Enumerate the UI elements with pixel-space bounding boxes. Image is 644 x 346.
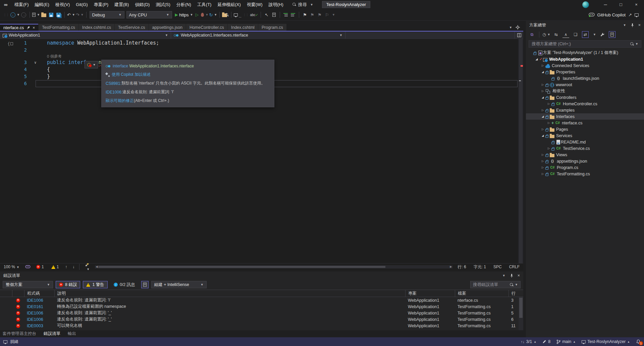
tree-item-testservice-cs[interactable]: ▷C#TestService.cs: [526, 145, 644, 152]
github-copilot-label[interactable]: GitHub Copilot: [597, 12, 626, 17]
close-icon[interactable]: ×: [33, 25, 35, 30]
git-sync-button[interactable]: ↑↓3/1▲: [521, 339, 536, 344]
code-line[interactable]: {1namespace WebApplication1.Interfaces;: [0, 40, 518, 47]
source-filter-select[interactable]: 組建 + IntelliSense▼: [151, 281, 207, 288]
close-button[interactable]: ×: [629, 0, 644, 9]
menu-檢視-v[interactable]: 檢視(V): [52, 0, 73, 9]
platform-select[interactable]: Any CPU▼: [126, 11, 172, 18]
pending-changes-filter-button[interactable]: ◷▼: [543, 31, 550, 38]
solution-name-button[interactable]: Test-RoslynAnalyzer: [322, 1, 371, 8]
error-row-ide1006-5[interactable]: ✕IDE1006違反命名規則: 遺漏前置詞: '_'WebApplication…: [0, 310, 523, 316]
close-icon[interactable]: ×: [518, 273, 520, 278]
start-without-debug-button[interactable]: ▷: [194, 11, 200, 18]
collapse-arrow-icon[interactable]: ▷: [540, 160, 545, 163]
decrease-indent-button[interactable]: [282, 11, 289, 18]
pin-icon[interactable]: [630, 23, 634, 27]
column-header-file[interactable]: 檔案: [455, 290, 508, 297]
error-code-link[interactable]: IDE1006: [27, 311, 43, 315]
copilot-describe-action[interactable]: 使用 Copilot 加以描述: [106, 72, 270, 77]
tree-item-properties[interactable]: ◢Properties: [526, 69, 644, 75]
solution-config-select[interactable]: Debug▼: [90, 11, 124, 18]
pin-icon[interactable]: [26, 25, 31, 30]
increase-indent-button[interactable]: [290, 11, 297, 18]
warnings-filter-button[interactable]: 1 警告: [83, 281, 107, 288]
error-row-ide0003-11[interactable]: ✕IDE0003可以簡化名稱WebApplication1TestFormatt…: [0, 323, 523, 329]
codelens-references[interactable]: 0 個參考: [0, 54, 518, 59]
expand-arrow-icon[interactable]: ◢: [540, 115, 545, 118]
error-row-ide1006-6[interactable]: ✕IDE1006違反命名規則: 遺漏前置詞: '_'WebApplication…: [0, 316, 523, 323]
menu-測試-s[interactable]: 測試(S): [153, 0, 173, 9]
collapse-arrow-icon[interactable]: ▷: [540, 64, 545, 67]
preview-window-button[interactable]: _: [234, 11, 241, 18]
bottom-tab-輸出[interactable]: 輸出: [68, 331, 76, 337]
sync-with-active-document-button[interactable]: ⇄: [582, 31, 589, 38]
tree-item-homecontroller-cs[interactable]: ▷C#HomeController.cs: [526, 101, 644, 107]
details-toggle-button[interactable]: [141, 281, 149, 288]
collapse-arrow-icon[interactable]: ▷: [540, 83, 545, 86]
error-row-ide1006-3[interactable]: ✕IDE1006違反命名規則: 遺漏前置詞: 'I'WebApplication…: [0, 297, 523, 303]
copilot-status-icon[interactable]: [25, 265, 31, 269]
bottom-tab-套件管理器主控台[interactable]: 套件管理器主控台: [3, 331, 36, 337]
scroll-right-icon[interactable]: ▶: [450, 265, 452, 269]
menu-說明-h[interactable]: 說明(H): [266, 0, 286, 9]
save-button[interactable]: [48, 11, 55, 18]
tab-appsettings-json[interactable]: appsettings.json: [149, 24, 186, 31]
copilot-share-icon[interactable]: ↗: [628, 12, 632, 17]
tab-options-gear-icon[interactable]: [516, 25, 520, 30]
menu-編輯-e[interactable]: 編輯(E): [32, 0, 52, 9]
scope-filter-select[interactable]: 整個方案▼: [3, 281, 53, 288]
tab-nterface-cs[interactable]: nterface.cs×: [0, 24, 38, 31]
collapse-arrow-icon[interactable]: ▷: [540, 172, 545, 175]
tree-item-wwwroot[interactable]: ▷wwwroot: [526, 81, 644, 88]
copilot-screen-icon[interactable]: [635, 13, 639, 16]
breadcrumb-project-dropdown[interactable]: WebApplication1 ▼: [0, 32, 171, 39]
indentation-indicator[interactable]: SPC: [493, 265, 502, 269]
properties-button[interactable]: ❏: [572, 31, 579, 38]
tree-item-controllers[interactable]: ◢Controllers: [526, 94, 644, 101]
chevron-down-icon[interactable]: ▼: [593, 33, 596, 36]
hot-reload-button[interactable]: ▼: [201, 11, 208, 18]
prev-issue-button[interactable]: ↑: [65, 265, 67, 269]
error-list-scrollbar[interactable]: [519, 297, 523, 330]
editor-warnings-button[interactable]: 1: [51, 265, 59, 269]
close-icon[interactable]: ×: [638, 23, 641, 27]
tree-item-nterface-cs[interactable]: ▷+C#nterface.cs: [526, 120, 644, 126]
column-header-line[interactable]: 行: [508, 290, 523, 297]
title-search[interactable]: 搜尋 ▼: [292, 2, 313, 8]
tree-item-readme-md[interactable]: README.md: [526, 139, 644, 145]
toggle-bookmark-button[interactable]: ⚑: [302, 11, 308, 18]
menu-延伸模組-x[interactable]: 延伸模組(X): [214, 0, 244, 9]
column-header-code[interactable]: 程式碼: [24, 290, 54, 297]
preview-selected-items-button[interactable]: [609, 31, 615, 38]
tree-item-testformatting-cs[interactable]: ▷C#TestFormatting.cs: [526, 171, 644, 177]
find-in-files-button[interactable]: [222, 11, 229, 18]
pin-icon[interactable]: [509, 274, 514, 278]
tab-testformatting-cs[interactable]: TestFormatting.cs: [39, 24, 78, 31]
expand-arrow-icon[interactable]: ◢: [540, 96, 545, 99]
collapse-arrow-icon[interactable]: ▷: [546, 121, 551, 124]
tree-item-program-cs[interactable]: ▷C#Program.cs: [526, 164, 644, 171]
zoom-select[interactable]: 100 %▼: [4, 265, 19, 269]
solution-explorer-search-input[interactable]: 搜尋方案總管 (Ctrl+;) ▼: [529, 40, 641, 48]
tree-item-interfaces[interactable]: ◢Interfaces: [526, 113, 644, 120]
code-editor[interactable]: {1namespace WebApplication1.Interfaces;2…: [0, 39, 523, 263]
scroll-left-icon[interactable]: ◀: [96, 265, 98, 269]
format-document-button[interactable]: [271, 11, 277, 18]
tree-item-pages[interactable]: ▷Pages: [526, 126, 644, 132]
error-list-search-input[interactable]: 搜尋錯誤清單 ▼: [470, 281, 521, 288]
tree-item-方案-test-roslynanalyzer-1-1-個專案[interactable]: 方案 'Test-RoslynAnalyzer' (1 / 1 個專案): [526, 50, 644, 56]
collapse-arrow-icon[interactable]: ▷: [540, 90, 545, 93]
save-all-button[interactable]: [55, 11, 62, 18]
tree-item-views[interactable]: ▷Views: [526, 152, 644, 158]
new-project-button[interactable]: ▼: [32, 11, 40, 18]
expand-arrow-icon[interactable]: ◢: [534, 58, 539, 61]
error-row-ide0161-1[interactable]: ✕IDE0161轉換為已設定檔案範圍的 namespaceWebApplicat…: [0, 303, 523, 310]
tree-item-相依性[interactable]: ▷相依性: [526, 88, 644, 94]
menu-git-g[interactable]: Git(G): [73, 0, 91, 9]
tab-index-cshtml-cs[interactable]: Index.cshtml.cs: [79, 24, 114, 31]
prev-bookmark-button[interactable]: ⚑: [309, 11, 316, 18]
tab-program-cs[interactable]: Program.cs: [258, 24, 286, 31]
diagnostic-code-link[interactable]: IDE1006:: [106, 90, 122, 95]
menu-偵錯-d[interactable]: 偵錯(D): [132, 0, 153, 9]
errors-filter-button[interactable]: ✕8 錯誤: [56, 281, 80, 288]
